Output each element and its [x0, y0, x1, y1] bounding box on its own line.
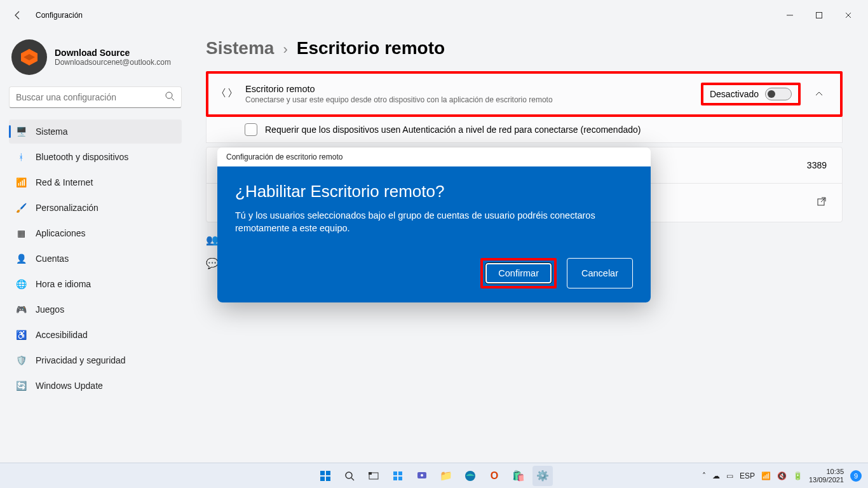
- remote-desktop-subtitle: Conectarse y usar este equipo desde otro…: [245, 95, 553, 104]
- nav-item-cuentas[interactable]: 👤Cuentas: [9, 247, 182, 271]
- breadcrumb: Sistema › Escritorio remoto: [206, 38, 843, 58]
- toggle-state-label: Desactivado: [710, 89, 759, 99]
- svg-rect-10: [326, 477, 330, 481]
- svg-rect-15: [393, 471, 397, 475]
- onedrive-icon[interactable]: ☁: [712, 471, 720, 480]
- feedback-icon[interactable]: 💬: [206, 257, 219, 269]
- sidebar: Download Source Downloadsourcenet@outloo…: [0, 30, 191, 463]
- confirm-button[interactable]: Confirmar: [485, 263, 552, 283]
- maximize-button[interactable]: [804, 5, 834, 25]
- help-icon[interactable]: 👥: [206, 234, 219, 246]
- store-icon[interactable]: 🛍️: [508, 466, 529, 486]
- office-icon[interactable]: O: [484, 466, 505, 486]
- bluetooth-icon: ᚼ: [15, 151, 27, 163]
- svg-rect-9: [320, 477, 325, 481]
- nav-item-personalizacion[interactable]: 🖌️Personalización: [9, 196, 182, 220]
- dialog-header: Configuración de escritorio remoto: [217, 147, 651, 166]
- explorer-icon[interactable]: 📁: [436, 466, 456, 486]
- wifi-tray-icon[interactable]: 📶: [761, 471, 771, 480]
- date: 13/09/2021: [809, 476, 844, 484]
- nav-item-update[interactable]: 🔄Windows Update: [9, 374, 182, 398]
- nav-label: Bluetooth y dispositivos: [36, 152, 128, 162]
- dialog-text: Tú y los usuarios seleccionados bajo el …: [235, 209, 633, 235]
- nav-label: Aplicaciones: [36, 228, 86, 238]
- nav-item-bluetooth[interactable]: ᚼBluetooth y dispositivos: [9, 145, 182, 169]
- remote-desktop-title: Escritorio remoto: [245, 84, 553, 94]
- nav-label: Hora e idioma: [36, 279, 91, 289]
- confirm-button-highlight: Confirmar: [480, 258, 557, 288]
- breadcrumb-sep: ›: [283, 41, 287, 58]
- svg-line-12: [351, 478, 354, 480]
- shield-icon: 🛡️: [15, 355, 27, 366]
- back-button[interactable]: [5, 3, 31, 28]
- svg-rect-8: [326, 471, 330, 475]
- avatar: [11, 39, 47, 75]
- toggle-highlight: Desactivado: [701, 83, 801, 105]
- nav-item-privacidad[interactable]: 🛡️Privacidad y seguridad: [9, 348, 182, 372]
- nla-label: Requerir que los dispositivos usen Auten…: [265, 125, 641, 135]
- remote-desktop-icon: [220, 86, 234, 102]
- volume-icon[interactable]: 🔇: [777, 471, 787, 480]
- nav-item-aplicaciones[interactable]: ▦Aplicaciones: [9, 221, 182, 245]
- apps-icon: ▦: [15, 227, 27, 239]
- svg-rect-16: [398, 471, 402, 475]
- nav-label: Privacidad y seguridad: [36, 355, 126, 365]
- taskbar-search-icon[interactable]: [339, 466, 360, 486]
- widgets-icon[interactable]: [388, 466, 408, 486]
- remote-desktop-row[interactable]: Escritorio remoto Conectarse y usar este…: [208, 74, 840, 114]
- titlebar: Configuración: [0, 0, 868, 30]
- clock[interactable]: 10:35 13/09/2021: [809, 468, 844, 483]
- chevron-up-icon[interactable]: [810, 85, 829, 104]
- svg-point-4: [166, 92, 172, 98]
- svg-line-5: [172, 98, 174, 100]
- nav-label: Juegos: [36, 304, 64, 315]
- time: 10:35: [809, 468, 844, 475]
- nav-item-hora[interactable]: 🌐Hora e idioma: [9, 272, 182, 296]
- taskview-icon[interactable]: [363, 466, 384, 486]
- svg-rect-17: [393, 477, 397, 480]
- nav-label: Cuentas: [36, 254, 69, 264]
- tray-chevron-up-icon[interactable]: ˄: [702, 471, 706, 480]
- nav-item-red[interactable]: 📶Red & Internet: [9, 170, 182, 194]
- gamepad-icon: 🎮: [15, 304, 27, 315]
- edge-icon[interactable]: [460, 466, 480, 486]
- confirm-dialog: Configuración de escritorio remoto ¿Habi…: [217, 147, 651, 302]
- profile-block[interactable]: Download Source Downloadsourcenet@outloo…: [9, 36, 182, 86]
- related-links-icons: 👥 💬: [206, 234, 219, 269]
- nav-label: Personalización: [36, 203, 98, 213]
- nav-label: Windows Update: [36, 381, 103, 391]
- taskbar-center: 📁 O 🛍️ ⚙️: [315, 466, 553, 486]
- window-title: Configuración: [36, 11, 83, 20]
- news-icon[interactable]: ▭: [726, 471, 733, 480]
- battery-icon[interactable]: 🔋: [793, 471, 803, 480]
- search-input[interactable]: [16, 92, 165, 102]
- svg-rect-1: [817, 13, 822, 18]
- nav-item-juegos[interactable]: 🎮Juegos: [9, 297, 182, 322]
- nla-row: Requerir que los dispositivos usen Auten…: [206, 117, 843, 143]
- search-box[interactable]: [9, 86, 182, 108]
- nav-item-accesibilidad[interactable]: ♿Accesibilidad: [9, 323, 182, 347]
- open-external-icon: [817, 196, 827, 209]
- settings-icon[interactable]: ⚙️: [532, 466, 553, 486]
- accessibility-icon: ♿: [15, 329, 27, 341]
- chat-icon[interactable]: [412, 466, 432, 486]
- start-button[interactable]: [315, 466, 336, 486]
- breadcrumb-parent[interactable]: Sistema: [206, 38, 274, 58]
- profile-name: Download Source: [55, 48, 171, 58]
- close-button[interactable]: [834, 5, 863, 25]
- nav-item-sistema[interactable]: 🖥️Sistema: [9, 119, 182, 144]
- remote-desktop-toggle[interactable]: [765, 88, 792, 100]
- person-icon: 👤: [15, 253, 27, 264]
- remote-desktop-header-highlight: Escritorio remoto Conectarse y usar este…: [206, 71, 843, 117]
- profile-email: Downloadsourcenet@outlook.com: [55, 58, 171, 67]
- language-indicator[interactable]: ESP: [740, 471, 755, 480]
- notification-badge[interactable]: 9: [850, 470, 862, 482]
- cancel-button[interactable]: Cancelar: [567, 258, 633, 288]
- globe-icon: 🌐: [15, 278, 27, 290]
- taskbar: 📁 O 🛍️ ⚙️ ˄ ☁ ▭ ESP 📶 🔇 🔋 10:35 13/09/20…: [0, 463, 868, 488]
- svg-rect-7: [320, 471, 325, 475]
- minimize-button[interactable]: [775, 5, 804, 25]
- nla-checkbox[interactable]: [245, 123, 257, 136]
- search-icon: [165, 91, 175, 104]
- port-value: 3389: [807, 160, 827, 170]
